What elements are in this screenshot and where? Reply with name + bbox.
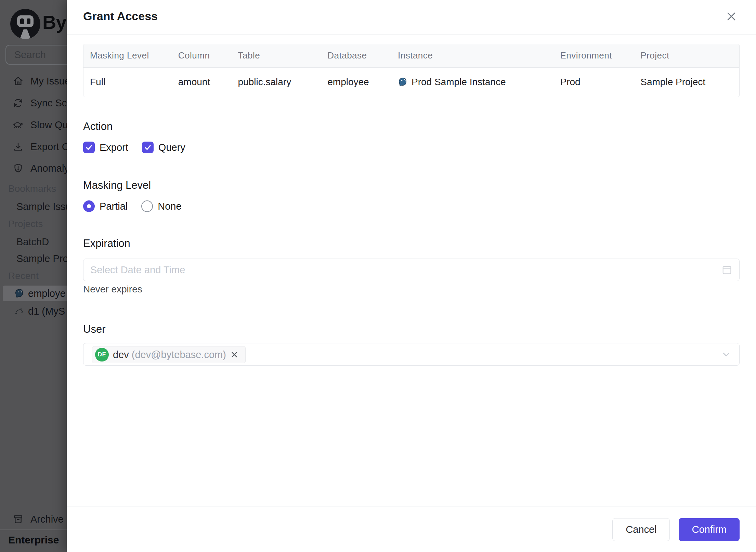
sidebar-item-slow-query[interactable]: Slow Qu bbox=[0, 114, 67, 136]
table-row: Full amount public.salary employee Prod … bbox=[83, 67, 739, 97]
remove-user-icon[interactable] bbox=[230, 350, 239, 359]
sidebar-item-sync-schema[interactable]: Sync Sc bbox=[0, 92, 67, 114]
masking-level-heading: Masking Level bbox=[83, 179, 151, 192]
checkbox-label: Export bbox=[100, 142, 128, 153]
home-icon bbox=[13, 76, 24, 87]
col-header-environment: Environment bbox=[554, 44, 634, 67]
masking-level-options: Partial None bbox=[83, 200, 195, 212]
grant-access-modal: Grant Access Masking Level Column Table … bbox=[67, 0, 756, 552]
user-select[interactable]: DE dev (dev@bytebase.com) bbox=[83, 343, 740, 366]
radio-label: None bbox=[158, 201, 181, 212]
radio-selected-icon[interactable] bbox=[83, 200, 95, 212]
user-name: dev bbox=[113, 349, 129, 360]
cell-project: Sample Project bbox=[634, 67, 739, 97]
table-header-row: Masking Level Column Table Database Inst… bbox=[83, 44, 739, 67]
radio-partial[interactable]: Partial bbox=[83, 200, 128, 212]
postgresql-icon bbox=[14, 288, 25, 299]
sidebar-item-label: Anomaly bbox=[30, 163, 67, 174]
section-label-bookmarks: Bookmarks bbox=[8, 183, 56, 194]
checkbox-query[interactable]: Query bbox=[142, 142, 185, 153]
cell-instance: Prod Sample Instance bbox=[391, 67, 554, 97]
shield-icon bbox=[13, 163, 24, 174]
radio-label: Partial bbox=[100, 201, 128, 212]
cell-masking-level: Full bbox=[83, 67, 172, 97]
chevron-down-icon[interactable] bbox=[721, 349, 732, 360]
modal-header: Grant Access bbox=[67, 0, 756, 35]
sidebar-item-label: My Issue bbox=[30, 76, 67, 87]
checkbox-export[interactable]: Export bbox=[83, 142, 128, 153]
archive-box-icon bbox=[13, 514, 24, 525]
cell-environment: Prod bbox=[554, 67, 634, 97]
sidebar-item-sample-issue[interactable]: Sample Issu bbox=[16, 201, 67, 212]
sidebar-divider bbox=[0, 529, 67, 530]
sidebar-item-archive[interactable]: Archive bbox=[0, 508, 67, 530]
col-header-table: Table bbox=[232, 44, 321, 67]
action-options: Export Query bbox=[83, 142, 199, 153]
checkbox-checked-icon[interactable] bbox=[142, 142, 154, 153]
expiration-datetime-field[interactable] bbox=[83, 259, 740, 281]
turtle-icon bbox=[13, 119, 24, 130]
avatar: DE bbox=[95, 348, 109, 362]
sidebar-item-label: Slow Qu bbox=[30, 119, 67, 131]
sidebar-item-label: Sync Sc bbox=[30, 97, 67, 109]
section-label-recent: Recent bbox=[8, 271, 39, 281]
cell-database: employee bbox=[321, 67, 391, 97]
user-tag: DE dev (dev@bytebase.com) bbox=[92, 346, 246, 363]
bytebase-logo-icon bbox=[10, 9, 40, 39]
confirm-button[interactable]: Confirm bbox=[679, 518, 740, 541]
close-icon[interactable] bbox=[725, 10, 738, 23]
expiration-datetime-input[interactable] bbox=[83, 259, 739, 281]
sidebar-item-my-issues[interactable]: My Issue bbox=[0, 70, 67, 92]
cell-column: amount bbox=[172, 67, 232, 97]
expiration-heading: Expiration bbox=[83, 237, 130, 250]
app-screen: By My Issue Sync Sc Slow Qu Ex bbox=[0, 0, 756, 552]
modal-footer: Cancel Confirm bbox=[67, 507, 756, 552]
col-header-project: Project bbox=[634, 44, 739, 67]
radio-none[interactable]: None bbox=[141, 200, 181, 212]
sidebar-item-export-center[interactable]: Export C bbox=[0, 136, 67, 158]
expiration-note: Never expires bbox=[83, 284, 142, 295]
col-header-column: Column bbox=[172, 44, 232, 67]
calendar-icon[interactable] bbox=[721, 264, 732, 275]
plan-badge: Enterprise bbox=[8, 534, 59, 546]
modal-title: Grant Access bbox=[83, 10, 158, 23]
radio-unselected-icon[interactable] bbox=[141, 200, 153, 212]
sync-icon bbox=[13, 97, 24, 108]
download-icon bbox=[13, 141, 24, 152]
sidebar-item-label: employe bbox=[28, 288, 66, 299]
sidebar: By My Issue Sync Sc Slow Qu Ex bbox=[0, 0, 67, 552]
sidebar-item-d1-mysql-db[interactable]: d1 (MyS bbox=[3, 303, 67, 319]
section-label-projects: Projects bbox=[8, 219, 43, 229]
search-box[interactable] bbox=[5, 45, 67, 65]
user-heading: User bbox=[83, 323, 105, 336]
sidebar-item-label: Archive bbox=[30, 514, 64, 525]
col-header-database: Database bbox=[321, 44, 391, 67]
masking-summary-table: Masking Level Column Table Database Inst… bbox=[83, 44, 740, 97]
user-email: (dev@bytebase.com) bbox=[132, 349, 226, 360]
postgresql-icon bbox=[398, 77, 408, 87]
sidebar-item-label: d1 (MyS bbox=[28, 306, 65, 317]
cancel-button[interactable]: Cancel bbox=[612, 518, 670, 541]
action-heading: Action bbox=[83, 120, 113, 133]
checkbox-checked-icon[interactable] bbox=[83, 142, 95, 153]
sidebar-item-batchd-project[interactable]: BatchD bbox=[16, 236, 49, 248]
col-header-instance: Instance bbox=[391, 44, 554, 67]
checkbox-label: Query bbox=[158, 142, 185, 153]
instance-name: Prod Sample Instance bbox=[412, 77, 506, 88]
mysql-icon bbox=[14, 306, 25, 316]
col-header-masking-level: Masking Level bbox=[83, 44, 172, 67]
sidebar-item-anomalies[interactable]: Anomaly bbox=[0, 157, 67, 179]
brand-text: By bbox=[42, 11, 66, 33]
search-input[interactable] bbox=[6, 45, 67, 64]
sidebar-item-label: Export C bbox=[30, 141, 67, 153]
sidebar-item-employee-db[interactable]: employe bbox=[3, 286, 67, 301]
sidebar-item-sample-project[interactable]: Sample Pro bbox=[16, 253, 67, 264]
cell-table: public.salary bbox=[232, 67, 321, 97]
